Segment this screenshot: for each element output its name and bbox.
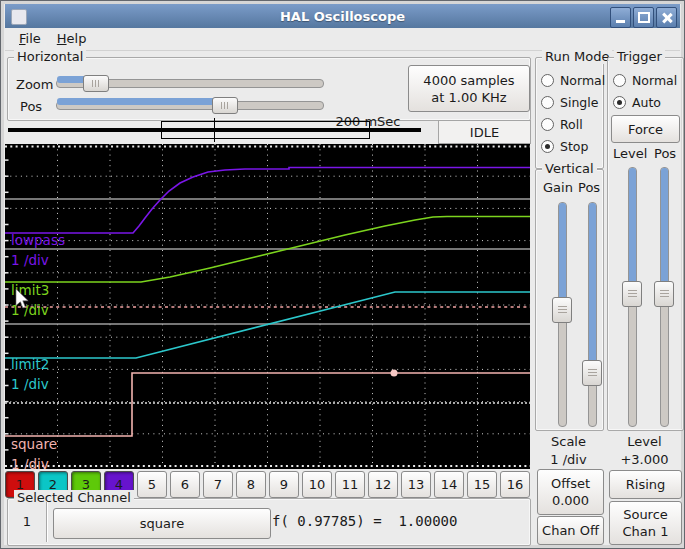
app-window: HAL Oscilloscope File Help Horizontal Zo… — [0, 0, 685, 549]
channel-value-readout: f( 0.97785) = 1.00000 — [272, 513, 457, 529]
run-mode-frame: Run Mode NormalSingleRollStop — [535, 57, 604, 169]
trigger-option-normal[interactable]: Normal — [613, 69, 677, 91]
trigger-level-label: Level — [613, 146, 647, 161]
vertical-frame-label: Vertical — [542, 161, 597, 176]
run-mode-option-normal[interactable]: Normal — [541, 69, 605, 91]
channel-label-square: square — [11, 436, 57, 452]
force-button[interactable]: Force — [611, 115, 680, 143]
radio-icon[interactable] — [541, 96, 554, 109]
horizontal-frame: Horizontal Zoom Pos 200 mSec per div 400… — [7, 57, 531, 121]
samples-line2: at 1.00 KHz — [431, 89, 506, 106]
radio-icon[interactable] — [541, 140, 554, 153]
trigger-pos-thumb[interactable] — [654, 281, 674, 307]
horizontal-frame-label: Horizontal — [14, 49, 86, 64]
pos-slider-thumb[interactable] — [212, 97, 238, 114]
offset-button[interactable]: Offset 0.000 — [537, 469, 604, 515]
trigger-source-button[interactable]: Source Chan 1 — [609, 501, 682, 545]
trigger-edge-button[interactable]: Rising — [609, 470, 682, 499]
trigger-level-slider[interactable] — [622, 167, 642, 427]
channel-button-11[interactable]: 11 — [335, 471, 365, 498]
channel-button-15[interactable]: 15 — [467, 471, 497, 498]
run-mode-frame-label: Run Mode — [542, 49, 612, 64]
trigger-level-fill — [629, 168, 636, 293]
run-mode-option-roll[interactable]: Roll — [541, 113, 605, 135]
minimize-button[interactable] — [610, 7, 631, 28]
channel-scale-lowpass: 1 /div — [11, 252, 49, 268]
channel-scale-square: 1 /div — [11, 456, 49, 470]
trigger-pos-fill — [661, 168, 668, 293]
channel-source-button[interactable]: square — [53, 508, 271, 539]
zoom-slider[interactable] — [56, 75, 324, 92]
radio-icon[interactable] — [541, 74, 554, 87]
trigger-frame-label: Trigger — [614, 49, 665, 64]
scope-display[interactable]: lowpass1 /divlimit31 /divlimit21 /divsqu… — [5, 144, 530, 469]
pos-slider[interactable] — [56, 97, 324, 114]
channel-source-name: square — [140, 515, 184, 532]
channel-button-9[interactable]: 9 — [269, 471, 299, 498]
record-view-window[interactable] — [161, 121, 370, 139]
window-title: HAL Oscilloscope — [5, 9, 680, 24]
channel-scale-limit2: 1 /div — [11, 376, 49, 392]
channel-label-limit2: limit2 — [11, 356, 49, 372]
channel-button-8[interactable]: 8 — [236, 471, 266, 498]
gain-slider[interactable] — [552, 202, 572, 427]
gain-slider-thumb[interactable] — [552, 297, 572, 323]
channel-button-16[interactable]: 16 — [500, 471, 530, 498]
trigger-level-readout-label: Level — [607, 434, 682, 449]
trigger-frame: Trigger NormalAuto Force Level Pos — [607, 57, 684, 431]
trigger-source-line1: Source — [623, 506, 668, 523]
zoom-slider-thumb[interactable] — [83, 75, 109, 92]
run-mode-option-single[interactable]: Single — [541, 91, 605, 113]
trigger-option-auto[interactable]: Auto — [613, 91, 677, 113]
channel-button-6[interactable]: 6 — [170, 471, 200, 498]
chan-off-button[interactable]: Chan Off — [537, 516, 604, 545]
gain-slider-fill — [559, 203, 566, 309]
gain-label: Gain — [543, 180, 573, 195]
run-mode-option-label: Roll — [560, 117, 583, 132]
vertical-pos-thumb[interactable] — [582, 360, 602, 386]
divider — [46, 502, 47, 542]
run-mode-option-stop[interactable]: Stop — [541, 135, 605, 157]
maximize-button[interactable] — [633, 7, 654, 28]
scale-label: Scale — [535, 434, 602, 449]
trigger-level-thumb[interactable] — [622, 281, 642, 307]
trigger-edge-label: Rising — [626, 476, 666, 493]
trigger-pos-slider[interactable] — [654, 167, 674, 427]
selected-channel-frame: Selected Channel 1 square f( 0.97785) = … — [7, 498, 531, 546]
channel-button-5[interactable]: 5 — [137, 471, 167, 498]
close-icon — [662, 13, 672, 23]
samples-button[interactable]: 4000 samples at 1.00 KHz — [408, 65, 530, 112]
waveform-lowpass — [5, 168, 530, 234]
channel-button-7[interactable]: 7 — [203, 471, 233, 498]
channel-button-12[interactable]: 12 — [368, 471, 398, 498]
trigger-source-line2: Chan 1 — [623, 523, 669, 540]
minimize-icon — [616, 20, 625, 23]
samples-line1: 4000 samples — [423, 72, 514, 89]
channel-button-14[interactable]: 14 — [434, 471, 464, 498]
menu-help[interactable]: Help — [51, 29, 97, 49]
title-bar[interactable]: HAL Oscilloscope — [5, 4, 680, 28]
trigger-pos-label: Pos — [654, 146, 676, 161]
run-mode-option-label: Normal — [560, 73, 605, 88]
radio-icon[interactable] — [613, 74, 626, 87]
close-button[interactable] — [656, 7, 677, 28]
menu-file[interactable]: File — [13, 29, 51, 49]
pos-slider-fill — [57, 98, 224, 105]
status-panel: IDLE — [438, 120, 531, 144]
maximize-icon — [638, 12, 650, 23]
channel-button-13[interactable]: 13 — [401, 471, 431, 498]
run-mode-option-label: Stop — [560, 139, 588, 154]
status-text: IDLE — [470, 125, 499, 140]
trigger-option-label: Auto — [632, 95, 661, 110]
channel-button-10[interactable]: 10 — [302, 471, 332, 498]
offset-button-value: 0.000 — [552, 492, 589, 509]
vertical-pos-fill — [589, 203, 596, 372]
chan-off-button-label: Chan Off — [542, 522, 599, 539]
vertical-pos-slider[interactable] — [582, 202, 602, 427]
menu-bar: File Help — [5, 28, 680, 51]
radio-icon[interactable] — [613, 96, 626, 109]
radio-icon[interactable] — [541, 118, 554, 131]
vertical-pos-label: Pos — [578, 180, 600, 195]
selected-channel-frame-label: Selected Channel — [14, 490, 134, 505]
channel-label-lowpass: lowpass — [11, 232, 65, 248]
